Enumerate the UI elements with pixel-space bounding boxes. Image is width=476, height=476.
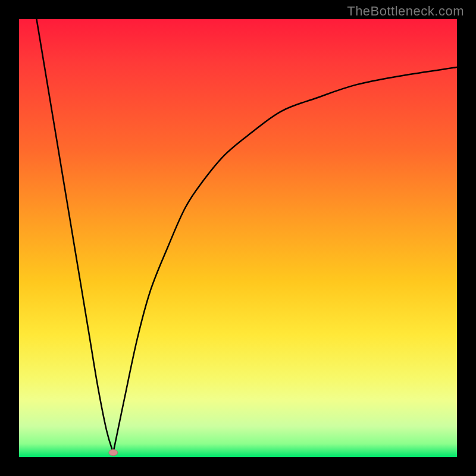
watermark-text: TheBottleneck.com (347, 4, 464, 19)
plot-area (19, 19, 457, 457)
curve-right-branch (113, 67, 457, 453)
chart-svg (19, 19, 457, 457)
curve-left-branch (36, 19, 113, 453)
chart-frame: TheBottleneck.com (0, 0, 476, 476)
minimum-marker (109, 449, 118, 455)
